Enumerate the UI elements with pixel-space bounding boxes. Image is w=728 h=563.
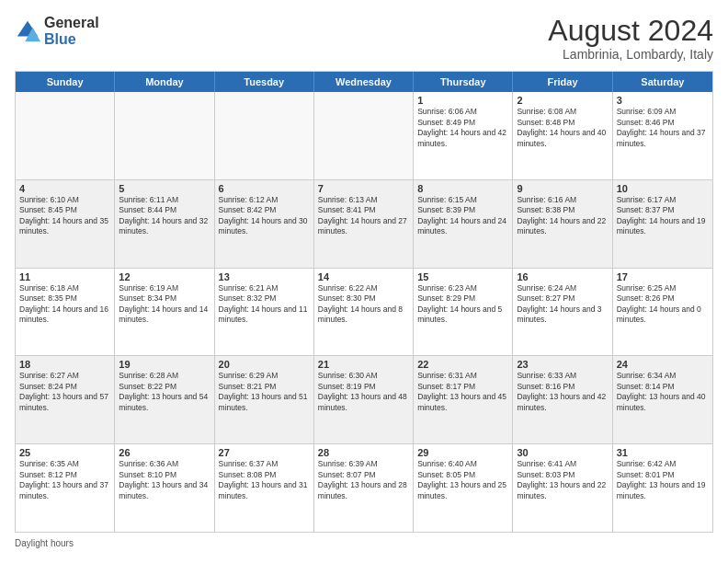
- day-number: 14: [318, 271, 409, 282]
- cell-text: Sunrise: 6:19 AM Sunset: 8:34 PM Dayligh…: [119, 283, 210, 326]
- calendar-header-day: Saturday: [613, 72, 712, 92]
- cell-text: Sunrise: 6:42 AM Sunset: 8:01 PM Dayligh…: [617, 459, 709, 501]
- calendar-cell: 21Sunrise: 6:30 AM Sunset: 8:19 PM Dayli…: [314, 356, 414, 443]
- calendar-cell: 29Sunrise: 6:40 AM Sunset: 8:05 PM Dayli…: [414, 444, 513, 532]
- calendar-week-row: 18Sunrise: 6:27 AM Sunset: 8:24 PM Dayli…: [16, 356, 712, 444]
- logo-general: General: [44, 15, 99, 31]
- logo: General Blue: [15, 15, 99, 47]
- subtitle: Lambrinia, Lombardy, Italy: [548, 47, 713, 62]
- day-number: 13: [219, 271, 310, 282]
- cell-text: Sunrise: 6:12 AM Sunset: 8:42 PM Dayligh…: [219, 195, 310, 237]
- main-title: August 2024: [548, 15, 713, 47]
- calendar-cell: 27Sunrise: 6:37 AM Sunset: 8:08 PM Dayli…: [215, 444, 314, 532]
- cell-text: Sunrise: 6:11 AM Sunset: 8:44 PM Dayligh…: [119, 195, 210, 237]
- calendar-cell: 23Sunrise: 6:33 AM Sunset: 8:16 PM Dayli…: [513, 356, 612, 443]
- cell-text: Sunrise: 6:29 AM Sunset: 8:21 PM Dayligh…: [219, 371, 310, 413]
- calendar-week-row: 1Sunrise: 6:06 AM Sunset: 8:49 PM Daylig…: [16, 92, 712, 180]
- calendar-cell: [16, 92, 115, 179]
- cell-text: Sunrise: 6:40 AM Sunset: 8:05 PM Dayligh…: [417, 459, 508, 501]
- cell-text: Sunrise: 6:23 AM Sunset: 8:29 PM Dayligh…: [417, 283, 508, 326]
- day-number: 7: [318, 183, 409, 194]
- cell-text: Sunrise: 6:10 AM Sunset: 8:45 PM Dayligh…: [19, 195, 110, 237]
- day-number: 18: [19, 359, 110, 370]
- cell-text: Sunrise: 6:39 AM Sunset: 8:07 PM Dayligh…: [318, 459, 409, 501]
- day-number: 15: [417, 271, 508, 282]
- cell-text: Sunrise: 6:21 AM Sunset: 8:32 PM Dayligh…: [219, 283, 310, 326]
- calendar-cell: 15Sunrise: 6:23 AM Sunset: 8:29 PM Dayli…: [414, 269, 513, 356]
- cell-text: Sunrise: 6:18 AM Sunset: 8:35 PM Dayligh…: [19, 283, 110, 326]
- cell-text: Sunrise: 6:09 AM Sunset: 8:46 PM Dayligh…: [617, 107, 709, 149]
- calendar-cell: 16Sunrise: 6:24 AM Sunset: 8:27 PM Dayli…: [513, 269, 612, 356]
- cell-text: Sunrise: 6:34 AM Sunset: 8:14 PM Dayligh…: [617, 371, 709, 413]
- calendar-cell: 19Sunrise: 6:28 AM Sunset: 8:22 PM Dayli…: [115, 356, 214, 443]
- calendar-cell: 10Sunrise: 6:17 AM Sunset: 8:37 PM Dayli…: [613, 180, 712, 268]
- calendar-cell: 20Sunrise: 6:29 AM Sunset: 8:21 PM Dayli…: [215, 356, 314, 443]
- cell-text: Sunrise: 6:28 AM Sunset: 8:22 PM Dayligh…: [119, 371, 210, 413]
- calendar-cell: 22Sunrise: 6:31 AM Sunset: 8:17 PM Dayli…: [414, 356, 513, 443]
- day-number: 30: [517, 447, 608, 458]
- calendar-week-row: 11Sunrise: 6:18 AM Sunset: 8:35 PM Dayli…: [16, 269, 712, 357]
- calendar-header-day: Wednesday: [314, 72, 414, 92]
- day-number: 10: [617, 183, 709, 194]
- logo-blue: Blue: [44, 31, 99, 48]
- day-number: 23: [517, 359, 608, 370]
- calendar-week-row: 4Sunrise: 6:10 AM Sunset: 8:45 PM Daylig…: [16, 180, 712, 269]
- calendar-cell: 31Sunrise: 6:42 AM Sunset: 8:01 PM Dayli…: [613, 444, 712, 532]
- cell-text: Sunrise: 6:30 AM Sunset: 8:19 PM Dayligh…: [318, 371, 409, 413]
- day-number: 5: [119, 183, 210, 194]
- cell-text: Sunrise: 6:35 AM Sunset: 8:12 PM Dayligh…: [19, 459, 110, 501]
- calendar-cell: 5Sunrise: 6:11 AM Sunset: 8:44 PM Daylig…: [115, 180, 214, 268]
- calendar-cell: [215, 92, 314, 179]
- calendar-cell: 12Sunrise: 6:19 AM Sunset: 8:34 PM Dayli…: [115, 269, 214, 356]
- calendar-cell: 1Sunrise: 6:06 AM Sunset: 8:49 PM Daylig…: [414, 92, 513, 179]
- day-number: 24: [617, 359, 709, 370]
- cell-text: Sunrise: 6:37 AM Sunset: 8:08 PM Dayligh…: [219, 459, 310, 501]
- cell-text: Sunrise: 6:17 AM Sunset: 8:37 PM Dayligh…: [617, 195, 709, 237]
- header: General Blue August 2024 Lambrinia, Lomb…: [15, 15, 713, 62]
- calendar-cell: 4Sunrise: 6:10 AM Sunset: 8:45 PM Daylig…: [16, 180, 115, 268]
- day-number: 21: [318, 359, 409, 370]
- calendar-cell: 14Sunrise: 6:22 AM Sunset: 8:30 PM Dayli…: [314, 269, 414, 356]
- calendar-cell: 9Sunrise: 6:16 AM Sunset: 8:38 PM Daylig…: [513, 180, 612, 268]
- calendar-cell: 11Sunrise: 6:18 AM Sunset: 8:35 PM Dayli…: [16, 269, 115, 356]
- day-number: 28: [318, 447, 409, 458]
- calendar-header-day: Monday: [115, 72, 214, 92]
- day-number: 1: [417, 95, 508, 106]
- day-number: 4: [19, 183, 110, 194]
- calendar-header: SundayMondayTuesdayWednesdayThursdayFrid…: [16, 72, 712, 92]
- day-number: 31: [617, 447, 709, 458]
- day-number: 19: [119, 359, 210, 370]
- cell-text: Sunrise: 6:27 AM Sunset: 8:24 PM Dayligh…: [19, 371, 110, 413]
- calendar-cell: 24Sunrise: 6:34 AM Sunset: 8:14 PM Dayli…: [613, 356, 712, 443]
- footer: Daylight hours: [15, 538, 713, 548]
- calendar: SundayMondayTuesdayWednesdayThursdayFrid…: [15, 71, 713, 533]
- calendar-cell: 3Sunrise: 6:09 AM Sunset: 8:46 PM Daylig…: [613, 92, 712, 179]
- day-number: 17: [617, 271, 709, 282]
- cell-text: Sunrise: 6:41 AM Sunset: 8:03 PM Dayligh…: [517, 459, 608, 501]
- day-number: 29: [417, 447, 508, 458]
- calendar-cell: 26Sunrise: 6:36 AM Sunset: 8:10 PM Dayli…: [115, 444, 214, 532]
- day-number: 2: [517, 95, 608, 106]
- cell-text: Sunrise: 6:33 AM Sunset: 8:16 PM Dayligh…: [517, 371, 608, 413]
- cell-text: Sunrise: 6:13 AM Sunset: 8:41 PM Dayligh…: [318, 195, 409, 237]
- calendar-cell: 8Sunrise: 6:15 AM Sunset: 8:39 PM Daylig…: [414, 180, 513, 268]
- calendar-cell: 6Sunrise: 6:12 AM Sunset: 8:42 PM Daylig…: [215, 180, 314, 268]
- logo-icon: [15, 18, 40, 44]
- footer-text: Daylight hours: [15, 538, 74, 548]
- page: General Blue August 2024 Lambrinia, Lomb…: [0, 0, 728, 563]
- day-number: 6: [219, 183, 310, 194]
- cell-text: Sunrise: 6:36 AM Sunset: 8:10 PM Dayligh…: [119, 459, 210, 501]
- day-number: 27: [219, 447, 310, 458]
- day-number: 25: [19, 447, 110, 458]
- day-number: 20: [219, 359, 310, 370]
- cell-text: Sunrise: 6:24 AM Sunset: 8:27 PM Dayligh…: [517, 283, 608, 326]
- calendar-cell: [314, 92, 414, 179]
- calendar-header-day: Friday: [513, 72, 612, 92]
- calendar-cell: 28Sunrise: 6:39 AM Sunset: 8:07 PM Dayli…: [314, 444, 414, 532]
- day-number: 9: [517, 183, 608, 194]
- day-number: 26: [119, 447, 210, 458]
- calendar-cell: 25Sunrise: 6:35 AM Sunset: 8:12 PM Dayli…: [16, 444, 115, 532]
- calendar-cell: 13Sunrise: 6:21 AM Sunset: 8:32 PM Dayli…: [215, 269, 314, 356]
- day-number: 8: [417, 183, 508, 194]
- day-number: 22: [417, 359, 508, 370]
